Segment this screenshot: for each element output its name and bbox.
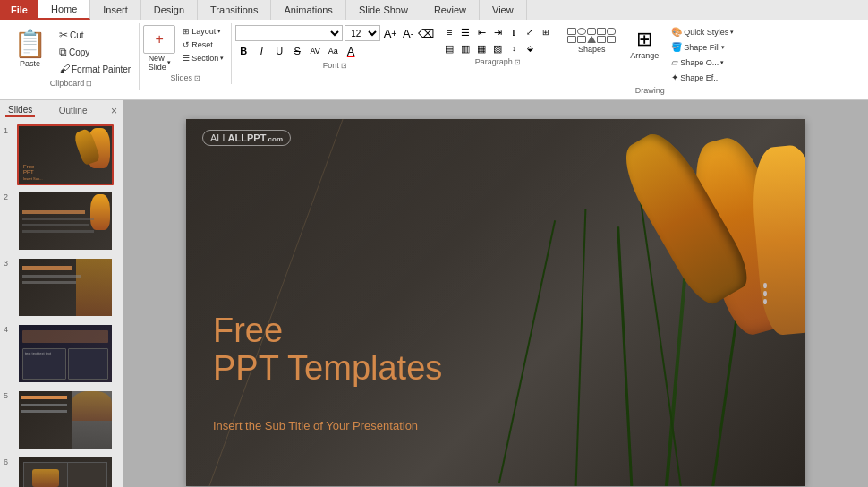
- convert-smartart-button[interactable]: ⬙: [523, 41, 537, 56]
- underline-button[interactable]: U: [271, 43, 287, 59]
- font-color-button[interactable]: A: [343, 43, 359, 59]
- canvas-area: ALLALLPPT.com Free PPT Templates Insert …: [123, 100, 868, 487]
- slide-img-6[interactable]: [17, 456, 114, 487]
- bullets-button[interactable]: ≡: [442, 25, 456, 39]
- slide-thumb-6[interactable]: 6: [4, 456, 119, 487]
- shapes-button[interactable]: Shapes: [561, 25, 622, 56]
- shape-10: [607, 36, 616, 43]
- quick-styles-group: 🎨 Quick Styles ▾ 🪣 Shape Fill ▾ ▱ Shape …: [667, 25, 738, 84]
- slide-subtitle[interactable]: Insert the Sub Title of Your Presentatio…: [213, 419, 418, 432]
- slide-img-4[interactable]: text text text text: [17, 323, 114, 384]
- font-family-select[interactable]: [235, 25, 343, 41]
- quick-styles-dropdown[interactable]: ▾: [730, 29, 734, 36]
- layout-icon: ⊞: [183, 27, 190, 36]
- slide-panel-header: Slides Outline ×: [4, 104, 119, 119]
- slide-container[interactable]: ALLALLPPT.com Free PPT Templates Insert …: [186, 119, 805, 486]
- tab-slideshow[interactable]: Slide Show: [346, 0, 421, 20]
- shape-fill-dropdown[interactable]: ▾: [721, 44, 725, 51]
- paste-button[interactable]: 📋 Paste: [7, 25, 53, 71]
- char-spacing-button[interactable]: AV: [307, 43, 323, 59]
- tab-design[interactable]: Design: [141, 0, 198, 20]
- new-slide-button[interactable]: + NewSlide ▾: [143, 25, 175, 72]
- paragraph-expand-icon[interactable]: ⊡: [515, 58, 521, 66]
- numbering-button[interactable]: ☰: [458, 25, 472, 39]
- strikethrough-button[interactable]: S: [289, 43, 305, 59]
- section-button[interactable]: ☰ Section ▾: [179, 52, 227, 64]
- reset-label: Reset: [191, 40, 213, 49]
- shape-outline-dropdown[interactable]: ▾: [720, 59, 724, 66]
- clipboard-group-label: Clipboard ⊡: [4, 79, 139, 88]
- clipboard-expand-icon[interactable]: ⊡: [86, 80, 92, 88]
- slide-title-line1: Free: [213, 312, 442, 350]
- quick-styles-button[interactable]: 🎨 Quick Styles ▾: [667, 25, 738, 38]
- columns-button[interactable]: ⫿: [506, 25, 521, 39]
- italic-button[interactable]: I: [253, 43, 269, 59]
- tab-transitions[interactable]: Transitions: [198, 0, 271, 20]
- slide-img-1[interactable]: FreePPT Insert Sub...: [17, 124, 114, 185]
- decrease-font-size-button[interactable]: A-: [400, 25, 416, 41]
- para-row-2: ▤ ▥ ▦ ▧ ↕ ⬙: [442, 41, 553, 56]
- shape-outline-button[interactable]: ▱ Shape O... ▾: [667, 56, 738, 69]
- reset-button[interactable]: ↺ Reset: [179, 38, 227, 51]
- shapes-label: Shapes: [578, 45, 606, 54]
- font-row-1: 12 A+ A- ⌫: [235, 25, 434, 41]
- slide-thumb-5[interactable]: 5: [4, 389, 119, 450]
- font-expand-icon[interactable]: ⊡: [341, 62, 347, 70]
- slide-img-2[interactable]: [17, 191, 114, 252]
- shape-fill-button[interactable]: 🪣 Shape Fill ▾: [667, 40, 738, 54]
- align-left-button[interactable]: ▤: [442, 41, 456, 56]
- slides-expand-icon[interactable]: ⊡: [194, 74, 200, 82]
- increase-indent-button[interactable]: ⇥: [490, 25, 505, 39]
- tab-view[interactable]: View: [480, 0, 527, 20]
- align-right-button[interactable]: ▦: [474, 41, 489, 56]
- slides-tab[interactable]: Slides: [5, 104, 35, 117]
- format-painter-button[interactable]: 🖌 Format Painter: [55, 61, 135, 77]
- tab-insert[interactable]: Insert: [90, 0, 141, 20]
- shape-9: [597, 36, 606, 43]
- arrange-button[interactable]: ⊞ Arrange: [624, 25, 665, 63]
- slide-thumb-3[interactable]: 3: [4, 257, 119, 318]
- tab-animations[interactable]: Animations: [271, 0, 345, 20]
- decrease-indent-button[interactable]: ⇤: [474, 25, 489, 39]
- text-direction-button[interactable]: ⤢: [523, 25, 537, 39]
- slide-img-3[interactable]: [17, 257, 114, 318]
- shape-2: [577, 28, 586, 35]
- clear-formatting-button[interactable]: ⌫: [418, 25, 434, 41]
- justify-button[interactable]: ▧: [490, 41, 505, 56]
- section-dropdown-icon[interactable]: ▾: [220, 55, 224, 62]
- outline-tab[interactable]: Outline: [56, 105, 90, 116]
- copy-button[interactable]: ⧉ Copy: [55, 44, 135, 60]
- drawing-group: Shapes ⊞ Arrange 🎨 Quick Styles ▾ 🪣 Shap…: [557, 23, 742, 97]
- bold-button[interactable]: B: [235, 43, 251, 59]
- paste-label: Paste: [20, 59, 40, 68]
- slide-num-5: 5: [4, 389, 14, 400]
- slide-title[interactable]: Free PPT Templates: [213, 312, 442, 388]
- file-tab[interactable]: File: [0, 0, 38, 20]
- layout-button[interactable]: ⊞ Layout ▾: [179, 25, 227, 38]
- tab-review[interactable]: Review: [421, 0, 480, 20]
- water-drops: [761, 280, 770, 307]
- line-spacing-button[interactable]: ↕: [506, 41, 521, 56]
- change-case-button[interactable]: Aa: [325, 43, 341, 59]
- logo-bold-text: ALLPPT: [228, 132, 267, 143]
- tab-home[interactable]: Home: [38, 0, 90, 20]
- slide-thumb-1[interactable]: 1 FreePPT Insert Sub...: [4, 124, 119, 185]
- stem-4: [575, 209, 587, 486]
- cut-icon: ✂: [59, 29, 68, 41]
- panel-close-button[interactable]: ×: [111, 105, 117, 117]
- slide-thumb-2[interactable]: 2: [4, 191, 119, 252]
- layout-dropdown-icon[interactable]: ▾: [217, 28, 221, 35]
- increase-font-size-button[interactable]: A+: [382, 25, 398, 41]
- slide-thumb-4[interactable]: 4 text text text text: [4, 323, 119, 384]
- font-size-select[interactable]: 12: [345, 25, 380, 41]
- flower-decoration: [447, 119, 805, 486]
- smartart-button[interactable]: ⊞: [539, 25, 553, 39]
- align-center-button[interactable]: ▥: [458, 41, 472, 56]
- slides-group-label: Slides ⊡: [140, 73, 231, 82]
- slide-num-1: 1: [4, 124, 14, 135]
- cut-button[interactable]: ✂ Cut: [55, 27, 135, 43]
- new-slide-dropdown-icon[interactable]: ▾: [167, 59, 171, 66]
- shape-effects-button[interactable]: ✦ Shape Ef...: [667, 71, 738, 84]
- slide-img-5[interactable]: [17, 389, 114, 450]
- logo-suffix: .com: [266, 135, 283, 143]
